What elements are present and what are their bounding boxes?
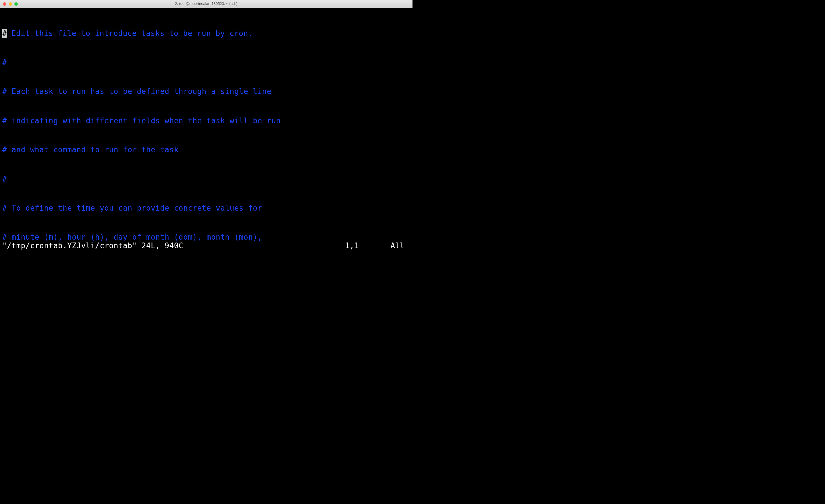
comment-line: # minute (m), hour (h), day of month (do… bbox=[2, 232, 410, 242]
minimize-button[interactable] bbox=[9, 2, 12, 6]
traffic-lights bbox=[3, 2, 18, 6]
window-title: 2. root@robertnealan-180523: ~ (ssh) bbox=[3, 1, 409, 6]
maximize-button[interactable] bbox=[14, 2, 18, 6]
comment-line: # bbox=[2, 174, 410, 184]
editor-viewport[interactable]: # Edit this file to introduce tasks to b… bbox=[0, 8, 412, 252]
comment-line: # Each task to run has to be defined thr… bbox=[2, 87, 410, 96]
comment-line: Edit this file to introduce tasks to be … bbox=[7, 29, 253, 38]
status-position: 1,1 bbox=[345, 241, 390, 251]
cursor: # bbox=[2, 29, 7, 39]
comment-line: # To define the time you can provide con… bbox=[2, 203, 410, 213]
status-percent: All bbox=[391, 241, 410, 251]
comment-line: # and what command to run for the task bbox=[2, 145, 410, 155]
titlebar: 2. root@robertnealan-180523: ~ (ssh) bbox=[0, 0, 412, 8]
status-line: "/tmp/crontab.YZJvli/crontab" 24L, 940C … bbox=[2, 241, 410, 251]
close-button[interactable] bbox=[3, 2, 6, 6]
status-file: "/tmp/crontab.YZJvli/crontab" 24L, 940C bbox=[2, 241, 183, 251]
comment-line: # bbox=[2, 58, 410, 68]
comment-line: # indicating with different fields when … bbox=[2, 116, 410, 126]
